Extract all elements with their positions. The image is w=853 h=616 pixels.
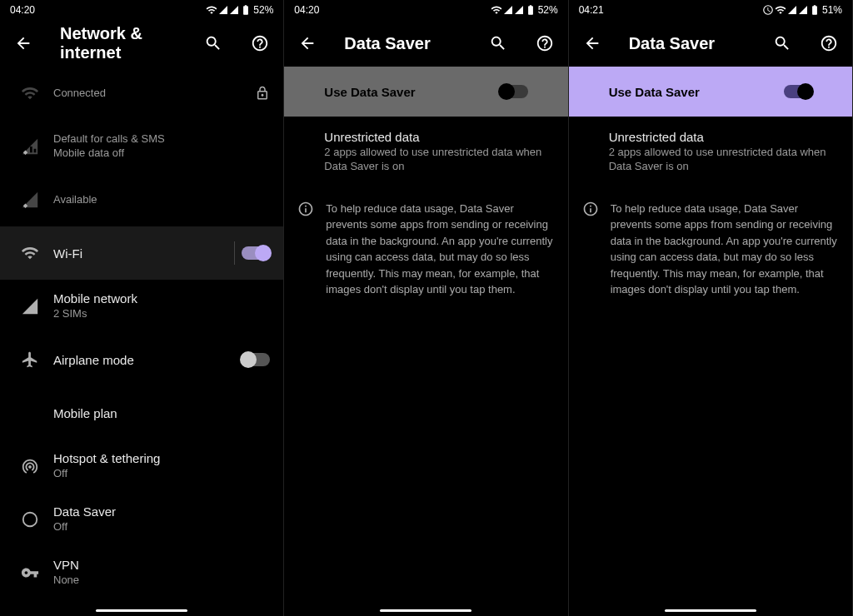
status-battery: 52%: [253, 4, 273, 16]
list-item-mobile-network[interactable]: Mobile network2 SIMs: [0, 280, 283, 333]
vpn-icon: [13, 564, 47, 582]
list-item-sim1[interactable]: Default for calls & SMS Mobile data off: [0, 120, 283, 173]
nav-bar[interactable]: [569, 604, 852, 616]
airplane-toggle[interactable]: [242, 353, 270, 366]
settings-list[interactable]: Connected Default for calls & SMS Mobile…: [0, 67, 283, 604]
search-button[interactable]: [197, 27, 230, 60]
list-item-vpn[interactable]: VPNNone: [0, 546, 283, 599]
back-button[interactable]: [291, 27, 324, 60]
page-title: Data Saver: [337, 34, 467, 53]
data-saver-toggle-bar[interactable]: Use Data Saver: [569, 67, 852, 117]
wifi-icon: [13, 84, 47, 102]
status-icons: [206, 4, 252, 16]
screen-data-saver-off: 04:20 52% Data Saver Use Data Saver Unre…: [284, 0, 568, 616]
screen-network-internet: 04:20 52% Network & internet Connected D…: [0, 0, 284, 616]
status-battery: 51%: [822, 4, 842, 16]
unrestricted-data-section[interactable]: Unrestricted data 2 apps allowed to use …: [569, 117, 852, 187]
list-item-hotspot[interactable]: Hotspot & tetheringOff: [0, 440, 283, 493]
status-bar: 04:21 51%: [569, 0, 852, 20]
nav-bar[interactable]: [0, 604, 283, 616]
back-button[interactable]: [576, 27, 609, 60]
data-saver-toggle-bar[interactable]: Use Data Saver: [284, 67, 567, 117]
data-saver-switch[interactable]: [500, 85, 528, 98]
app-bar: Data Saver: [569, 20, 852, 67]
info-row: To help reduce data usage, Data Saver pr…: [284, 187, 567, 311]
status-icons: [762, 4, 821, 16]
page-title: Network & internet: [53, 24, 183, 62]
wifi-toggle[interactable]: [242, 246, 270, 260]
status-bar: 04:20 52%: [0, 0, 283, 20]
info-icon: [297, 201, 316, 298]
lock-icon: [255, 86, 270, 101]
status-time: 04:21: [579, 4, 604, 16]
help-button[interactable]: [812, 27, 846, 60]
status-battery: 52%: [538, 4, 558, 16]
back-button[interactable]: [7, 27, 40, 60]
info-icon: [582, 201, 601, 298]
status-bar: 04:20 52%: [284, 0, 567, 20]
data-saver-switch[interactable]: [784, 85, 812, 98]
page-title: Data Saver: [622, 34, 752, 53]
list-item-wifi-connected[interactable]: Connected: [0, 67, 283, 120]
list-item-wifi[interactable]: Wi-Fi: [0, 226, 283, 280]
list-item-airplane[interactable]: Airplane mode: [0, 333, 283, 386]
list-item-sim2[interactable]: Available: [0, 173, 283, 226]
search-button[interactable]: [766, 27, 799, 60]
signal-icon: [13, 137, 47, 156]
screen-data-saver-on: 04:21 51% Data Saver Use Data Saver Unre…: [569, 0, 853, 616]
datasaver-icon: [13, 510, 47, 529]
app-bar: Network & internet: [0, 20, 283, 67]
status-icons: [491, 4, 536, 16]
signal-icon: [13, 191, 47, 209]
status-time: 04:20: [10, 4, 35, 16]
search-button[interactable]: [481, 27, 515, 60]
airplane-icon: [13, 350, 47, 369]
list-item-data-saver[interactable]: Data SaverOff: [0, 493, 283, 546]
nav-bar[interactable]: [284, 604, 567, 616]
app-bar: Data Saver: [284, 20, 567, 67]
alarm-icon: [762, 4, 774, 16]
help-button[interactable]: [528, 27, 561, 60]
status-time: 04:20: [294, 4, 319, 16]
unrestricted-data-section[interactable]: Unrestricted data 2 apps allowed to use …: [284, 117, 567, 187]
wifi-icon: [13, 244, 47, 262]
list-item-mobile-plan[interactable]: Mobile plan: [0, 386, 283, 440]
hotspot-icon: [13, 457, 47, 475]
signal-icon: [13, 297, 47, 315]
help-button[interactable]: [243, 27, 277, 60]
info-row: To help reduce data usage, Data Saver pr…: [569, 187, 852, 311]
